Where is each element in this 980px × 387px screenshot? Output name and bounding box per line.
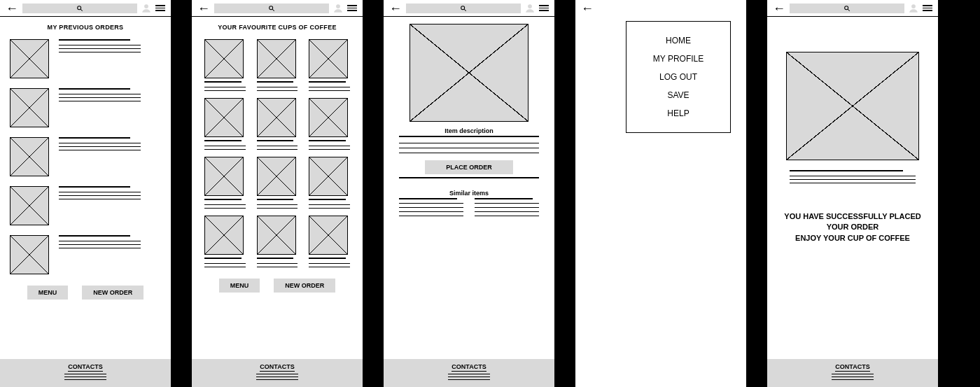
item-card[interactable] xyxy=(257,98,298,150)
item-card[interactable] xyxy=(257,39,298,91)
search-icon xyxy=(268,5,275,12)
footer: CONTACTS xyxy=(384,359,554,387)
top-bar: ← xyxy=(192,0,363,17)
menu-item-logout[interactable]: LOG OUT xyxy=(626,68,730,86)
back-arrow-icon[interactable]: ← xyxy=(773,2,785,15)
image-placeholder xyxy=(257,98,296,137)
item-card[interactable] xyxy=(309,98,350,150)
item-card[interactable] xyxy=(204,39,246,91)
search-icon xyxy=(76,5,83,12)
card-text xyxy=(257,199,298,209)
item-card[interactable] xyxy=(257,216,298,267)
new-order-button[interactable]: NEW ORDER xyxy=(82,286,144,300)
item-card[interactable] xyxy=(309,39,350,91)
search-input[interactable] xyxy=(214,3,329,13)
order-row[interactable] xyxy=(10,186,161,225)
orders-list xyxy=(0,35,171,279)
image-placeholder xyxy=(204,216,244,255)
footer: CONTACTS xyxy=(767,359,938,387)
order-row[interactable] xyxy=(10,235,161,274)
contacts-link[interactable]: CONTACTS xyxy=(835,363,869,372)
card-text xyxy=(204,199,246,209)
search-input[interactable] xyxy=(790,3,904,13)
svg-point-9 xyxy=(845,6,848,9)
svg-line-7 xyxy=(464,9,466,11)
order-row[interactable] xyxy=(10,137,161,176)
card-text xyxy=(309,199,350,209)
hamburger-icon[interactable] xyxy=(923,5,932,11)
avatar-icon[interactable] xyxy=(525,3,535,13)
item-description-label: Item description xyxy=(444,127,493,134)
success-line: ENJOY YOUR CUP OF COFFEE xyxy=(795,234,910,242)
place-order-button[interactable]: PLACE ORDER xyxy=(425,160,513,174)
image-placeholder xyxy=(309,39,348,78)
svg-point-8 xyxy=(528,4,532,8)
menu-item-profile[interactable]: MY PROFILE xyxy=(626,50,730,68)
order-text xyxy=(59,39,161,78)
image-placeholder xyxy=(10,39,49,78)
order-text xyxy=(59,88,161,127)
avatar-icon[interactable] xyxy=(333,3,343,13)
new-order-button[interactable]: NEW ORDER xyxy=(274,279,335,293)
card-text xyxy=(204,258,246,267)
contacts-link[interactable]: CONTACTS xyxy=(451,363,486,372)
item-card[interactable] xyxy=(257,157,298,209)
search-input[interactable] xyxy=(406,3,521,13)
similar-item[interactable] xyxy=(399,198,463,216)
image-placeholder xyxy=(257,216,296,255)
search-input[interactable] xyxy=(22,3,137,13)
menu-button[interactable]: MENU xyxy=(219,279,260,293)
screen-item-detail: ← Item description PLACE ORDER Similar i… xyxy=(384,0,554,387)
back-arrow-icon[interactable]: ← xyxy=(389,2,402,15)
card-text xyxy=(257,140,298,150)
similar-item[interactable] xyxy=(475,198,539,216)
menu-item-save[interactable]: SAVE xyxy=(626,86,730,104)
order-row[interactable] xyxy=(10,39,161,78)
success-area: YOU HAVE SUCCESSFULLY PLACED YOUR ORDER … xyxy=(767,17,938,244)
contacts-link[interactable]: CONTACTS xyxy=(68,363,102,372)
hamburger-icon[interactable] xyxy=(347,5,357,11)
item-card[interactable] xyxy=(309,157,350,209)
card-text xyxy=(309,81,350,91)
contacts-link[interactable]: CONTACTS xyxy=(260,363,294,372)
card-text xyxy=(309,140,350,150)
hamburger-icon[interactable] xyxy=(155,5,165,11)
similar-items xyxy=(399,198,539,216)
image-placeholder xyxy=(309,157,348,196)
back-arrow-icon[interactable]: ← xyxy=(581,2,594,15)
image-placeholder xyxy=(204,39,244,78)
avatar-icon[interactable] xyxy=(909,3,918,13)
footer: CONTACTS xyxy=(192,359,363,387)
svg-point-0 xyxy=(78,6,81,9)
hamburger-icon[interactable] xyxy=(539,5,549,11)
top-bar: ← xyxy=(384,0,554,17)
image-placeholder xyxy=(309,98,348,137)
image-placeholder xyxy=(10,137,49,176)
success-line: YOUR ORDER xyxy=(827,223,879,231)
order-text xyxy=(59,235,161,274)
item-card[interactable] xyxy=(309,216,350,267)
success-desc xyxy=(790,170,916,183)
image-placeholder xyxy=(10,88,49,127)
screen-previous-orders: ← MY PREVIOUS ORDERS xyxy=(0,0,171,387)
button-row: MENU NEW ORDER xyxy=(0,279,171,305)
item-card[interactable] xyxy=(204,98,246,150)
search-icon xyxy=(844,5,850,12)
menu-item-help[interactable]: HELP xyxy=(626,104,730,122)
success-line: YOU HAVE SUCCESSFULLY PLACED xyxy=(784,212,920,220)
top-bar: ← xyxy=(575,0,746,17)
button-row: MENU NEW ORDER xyxy=(192,272,363,298)
avatar-icon[interactable] xyxy=(141,3,151,13)
card-text xyxy=(309,258,350,267)
back-arrow-icon[interactable]: ← xyxy=(6,2,18,15)
image-placeholder xyxy=(257,39,296,78)
item-card[interactable] xyxy=(204,216,246,267)
top-bar: ← xyxy=(767,0,938,17)
success-message: YOU HAVE SUCCESSFULLY PLACED YOUR ORDER … xyxy=(784,211,920,244)
menu-item-home[interactable]: HOME xyxy=(626,31,730,50)
top-bar: ← xyxy=(0,0,171,17)
order-row[interactable] xyxy=(10,88,161,127)
menu-button[interactable]: MENU xyxy=(27,286,69,300)
back-arrow-icon[interactable]: ← xyxy=(197,2,210,15)
item-card[interactable] xyxy=(204,157,246,209)
